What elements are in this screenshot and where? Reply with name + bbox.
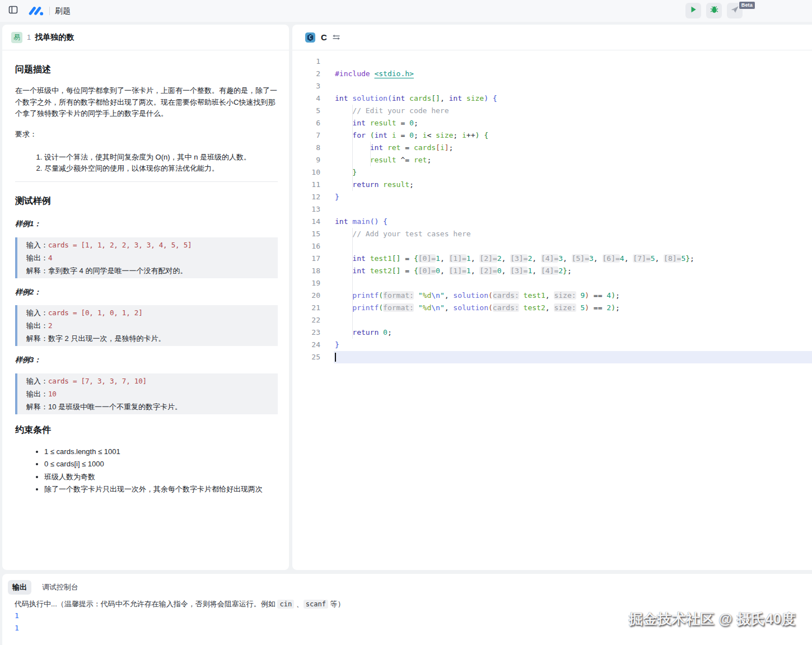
indent-guide-line xyxy=(352,253,353,265)
line-number: 6 xyxy=(292,117,320,129)
indent-guide-line xyxy=(352,179,353,191)
code-line[interactable]: 8 int ret = cards[i]; xyxy=(292,142,812,154)
code-line[interactable]: 2#include <stdio.h> xyxy=(292,68,812,80)
code-line[interactable]: 11 return result; xyxy=(292,179,812,191)
section-divider xyxy=(15,181,278,182)
editor-header: C C xyxy=(292,25,812,50)
run-button[interactable] xyxy=(685,3,701,18)
code-line[interactable]: 25 xyxy=(292,351,812,363)
line-number: 18 xyxy=(292,265,320,277)
example-row: 输入：cards = [1, 1, 2, 2, 3, 3, 4, 5, 5] xyxy=(26,239,269,251)
inlay-hint: [3]= xyxy=(510,254,528,263)
inlay-hint: format: xyxy=(383,303,414,312)
bug-icon xyxy=(710,6,718,16)
example-block: 输入：cards = [7, 3, 3, 7, 10]输出：10解释：10 是班… xyxy=(15,373,278,414)
code-line[interactable]: 5 // Edit your code here xyxy=(292,105,812,117)
example-label: 样例3： xyxy=(15,354,278,366)
swap-icon xyxy=(332,32,340,43)
code-line[interactable]: 13 xyxy=(292,203,812,216)
code-line[interactable]: 14int main() { xyxy=(292,216,812,228)
requirement-item: 设计一个算法，使其时间复杂度为 O(n)，其中 n 是班级的人数。 xyxy=(44,152,278,163)
console-tab-debug[interactable]: 调试控制台 xyxy=(42,580,78,595)
console-tab-output[interactable]: 输出 xyxy=(8,580,31,595)
inlay-hint: [3]= xyxy=(510,267,528,275)
line-number: 22 xyxy=(292,314,320,326)
indent-guide-line xyxy=(370,142,371,154)
language-label: C xyxy=(321,32,327,42)
line-number: 7 xyxy=(292,129,320,142)
code-line[interactable]: 4int solution(int cards[], int size) { xyxy=(292,92,812,105)
brand-label: 刷题 xyxy=(55,6,71,16)
difficulty-badge: 易 xyxy=(11,32,22,43)
sidebar-toggle-button[interactable] xyxy=(6,4,20,18)
language-switch-button[interactable] xyxy=(332,32,340,43)
description-paragraph: 在一个班级中，每位同学都拿到了一张卡片，上面有一个整数。有趣的是，除了一个数字之… xyxy=(15,85,278,120)
code-line[interactable]: 20 printf(format: "%d\n", solution(cards… xyxy=(292,289,812,302)
line-number: 1 xyxy=(292,55,320,68)
problem-title: 找单独的数 xyxy=(35,32,74,43)
indent-guide-line xyxy=(352,142,353,154)
line-number: 5 xyxy=(292,105,320,117)
line-number: 13 xyxy=(292,203,320,216)
indent-guide-line xyxy=(352,129,353,142)
requirements-list: 设计一个算法，使其时间复杂度为 O(n)，其中 n 是班级的人数。尽量减少额外空… xyxy=(15,152,278,175)
code-line[interactable]: 7 for (int i = 0; i< size; i++) { xyxy=(292,129,812,142)
code-line[interactable]: 19 xyxy=(292,277,812,289)
indent-guide-line xyxy=(352,228,353,240)
inline-code: cin xyxy=(277,600,294,609)
output-line: 1 xyxy=(15,610,804,622)
brand: 刷题 xyxy=(28,6,71,16)
output-line: 1 xyxy=(15,622,804,634)
hint-text: 代码执行中...（温馨提示：代码中不允许存在输入指令，否则将会阻塞运行。例如 xyxy=(15,600,277,608)
play-icon xyxy=(689,6,697,16)
code-line[interactable]: 21 printf(format: "%d\n", solution(cards… xyxy=(292,302,812,314)
constraint-item: 0 ≤ cards[i] ≤ 1000 xyxy=(44,459,278,470)
hint-text: 、 xyxy=(294,600,304,608)
code-line[interactable]: 3 xyxy=(292,80,812,92)
example-row: 解释：数字 2 只出现一次，是独特的卡片。 xyxy=(26,332,269,345)
example-block: 输入：cards = [0, 1, 0, 1, 2]输出：2解释：数字 2 只出… xyxy=(15,305,278,346)
debug-button[interactable] xyxy=(706,3,722,18)
line-number: 23 xyxy=(292,326,320,339)
brand-divider xyxy=(49,7,50,15)
constraints-heading: 约束条件 xyxy=(15,424,278,436)
line-number: 12 xyxy=(292,191,320,203)
code-editor[interactable]: 12#include <stdio.h>34int solution(int c… xyxy=(292,50,812,569)
console-output: 11 xyxy=(2,609,812,634)
svg-text:C: C xyxy=(309,35,311,40)
indent-guide-line xyxy=(352,166,353,179)
console-hint: 代码执行中...（温馨提示：代码中不允许存在输入指令，否则将会阻塞运行。例如 c… xyxy=(2,595,812,609)
code-line[interactable]: 18 int test2[] = {[0]=0, [1]=1, [2]=0, [… xyxy=(292,265,812,277)
indent-guide-line xyxy=(352,240,353,253)
line-number: 11 xyxy=(292,179,320,191)
inlay-hint: [8]= xyxy=(664,254,681,263)
code-line[interactable]: 24} xyxy=(292,339,812,351)
inlay-hint: [4]= xyxy=(541,267,558,275)
code-line[interactable]: 23 return 0; xyxy=(292,326,812,339)
constraint-item: 班级人数为奇数 xyxy=(44,471,278,483)
inlay-hint: [0]= xyxy=(418,267,436,275)
code-line[interactable]: 17 int test1[] = {[0]=1, [1]=1, [2]=2, [… xyxy=(292,253,812,265)
console-panel: 输出调试控制台 代码执行中...（温馨提示：代码中不允许存在输入指令，否则将会阻… xyxy=(2,574,812,645)
code-line[interactable]: 6 int result = 0; xyxy=(292,117,812,129)
line-number: 17 xyxy=(292,253,320,265)
code-line[interactable]: 1 xyxy=(292,55,812,68)
constraint-item: 除了一个数字卡片只出现一次外，其余每个数字卡片都恰好出现两次 xyxy=(44,484,278,496)
submit-button[interactable]: Beta xyxy=(727,3,743,18)
problem-header: 易 1 找单独的数 xyxy=(2,25,289,50)
line-number: 21 xyxy=(292,302,320,314)
description-heading: 问题描述 xyxy=(15,64,278,75)
code-line[interactable]: 12} xyxy=(292,191,812,203)
code-line[interactable]: 22 xyxy=(292,314,812,326)
code-line[interactable]: 15 // Add your test cases here xyxy=(292,228,812,240)
line-number: 14 xyxy=(292,216,320,228)
inlay-hint: [1]= xyxy=(449,267,466,275)
example-row: 输出：2 xyxy=(26,319,269,332)
line-number: 15 xyxy=(292,228,320,240)
inline-code: scanf xyxy=(304,600,328,609)
indent-guide-line xyxy=(370,154,371,166)
code-line[interactable]: 16 xyxy=(292,240,812,253)
code-line[interactable]: 10 } xyxy=(292,166,812,179)
code-line[interactable]: 9 result ^= ret; xyxy=(292,154,812,166)
juejin-logo-icon[interactable] xyxy=(28,6,44,16)
